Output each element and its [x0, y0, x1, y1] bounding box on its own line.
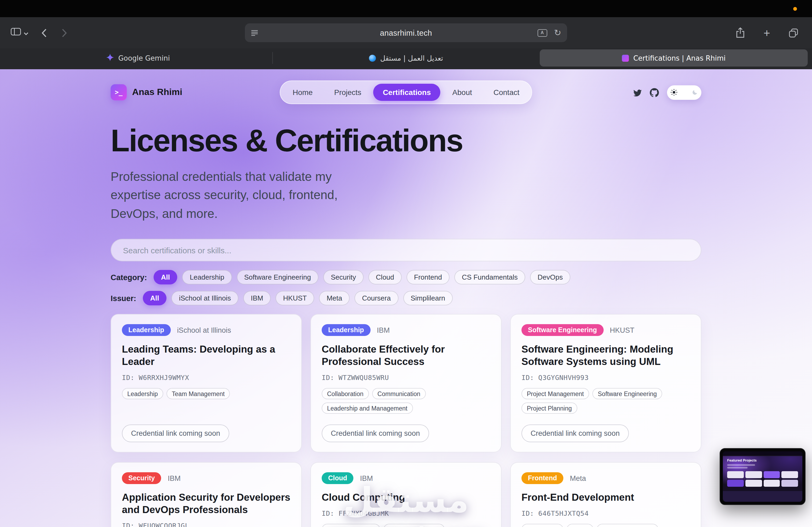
certification-title: Software Engineering: Modeling Software … [521, 343, 690, 368]
category-filter-leadership[interactable]: Leadership [182, 270, 232, 284]
nav-item-contact[interactable]: Contact [484, 84, 529, 101]
skill-tag: Software Engineering [592, 388, 662, 400]
credential-id: ID: WFUQWCQQRJGL [122, 522, 291, 527]
tab-overview-button[interactable] [787, 26, 800, 40]
pip-card-grid [727, 471, 798, 487]
credential-link-button[interactable]: Credential link coming soon [322, 424, 429, 442]
card-header: SecurityIBM [122, 472, 291, 484]
category-badge: Frontend [521, 472, 563, 484]
category-filter-security[interactable]: Security [323, 270, 364, 284]
sidebar-icon [11, 28, 21, 37]
page-settings-icon[interactable] [251, 23, 258, 42]
skill-tag: Leadership and Management [322, 403, 413, 414]
address-url[interactable]: anasrhimi.tech [282, 23, 530, 42]
share-button[interactable] [733, 25, 747, 40]
reload-icon[interactable]: ↻ [554, 28, 561, 37]
card-header: Software EngineeringHKUST [521, 324, 690, 336]
new-tab-button[interactable]: + [761, 25, 772, 41]
issuer-filter-coursera[interactable]: Coursera [354, 291, 398, 305]
issuer-filter-ibm[interactable]: IBM [243, 291, 271, 305]
pip-mini-card [782, 480, 798, 487]
issuer-filter-simplilearn[interactable]: Simplilearn [403, 291, 453, 305]
category-badge: Cloud [322, 472, 354, 484]
certification-card: CloudIBMCloud ComputingID: FFZNXD4GBJMKC… [310, 462, 502, 527]
sidebar-toggle-button[interactable] [9, 26, 31, 40]
credential-id: ID: WTZWWQU85WRU [322, 374, 490, 382]
main-nav: HomeProjectsCertificationsAboutContact [280, 80, 533, 104]
nav-item-projects[interactable]: Projects [324, 84, 371, 101]
certification-title: Collaborate Effectively for Professional… [322, 343, 490, 368]
card-header: FrontendMeta [521, 472, 690, 484]
issuer-filter-all[interactable]: All [143, 291, 166, 305]
nav-item-home[interactable]: Home [283, 84, 322, 101]
address-bar[interactable]: anasrhimi.tech A ↻ [245, 23, 567, 42]
skill-tag-list: LeadershipTeam Management [122, 388, 291, 400]
moon-icon[interactable] [692, 89, 698, 95]
web-page: >_ Anas Rhimi HomeProjectsCertifications… [0, 69, 812, 527]
pip-mini-card [745, 471, 762, 478]
tab-google-gemini[interactable]: Google Gemini [4, 49, 272, 66]
skill-tag: Web Development [597, 524, 658, 527]
category-filter-cloud[interactable]: Cloud [368, 270, 402, 284]
skill-tag: Collaboration [322, 388, 369, 400]
theme-toggle[interactable] [667, 85, 701, 100]
github-icon[interactable] [650, 88, 659, 97]
category-filter-devops[interactable]: DevOps [530, 270, 570, 284]
credential-id: ID: FFZNXD4GBJMK [322, 510, 490, 517]
screen: anasrhimi.tech A ↻ + Google Gemini [0, 0, 812, 527]
tab-mostaql[interactable]: تعديل العمل | مستقل [272, 49, 540, 66]
category-filter-row: Category: AllLeadershipSoftware Engineer… [111, 270, 701, 284]
recording-indicator-dot [793, 7, 797, 11]
browser-toolbar: anasrhimi.tech A ↻ + [0, 17, 812, 48]
certification-title: Application Security for Developers and … [122, 491, 291, 516]
issuer-filter-hkust[interactable]: HKUST [276, 291, 314, 305]
category-badge: Software Engineering [521, 324, 603, 336]
certification-card: FrontendMetaFront-End DevelopmentID: 646… [510, 462, 701, 527]
cards-grid: LeadershipiSchool at IllinoisLeading Tea… [111, 314, 701, 527]
skill-tag: React [567, 524, 593, 527]
pip-mini-card [745, 480, 762, 487]
category-filter-frontend[interactable]: Frontend [407, 270, 450, 284]
search-input[interactable] [111, 239, 701, 261]
issuer-filter-meta[interactable]: Meta [319, 291, 350, 305]
issuer-filter-ischool-at-illinois[interactable]: iSchool at Illinois [171, 291, 238, 305]
nav-item-certifications[interactable]: Certifications [373, 84, 441, 101]
certification-title: Cloud Computing [322, 491, 490, 503]
brand-name: Anas Rhimi [132, 87, 182, 98]
credential-link-button[interactable]: Credential link coming soon [521, 424, 629, 442]
issuer-label: IBM [377, 326, 390, 334]
credential-id: ID: 646T5HJXTQ54 [521, 510, 690, 517]
certification-card: Software EngineeringHKUSTSoftware Engine… [510, 314, 701, 452]
skill-tag-list: Project ManagementSoftware EngineeringPr… [521, 388, 690, 414]
tab-certifications[interactable]: Certifications | Anas Rhimi [540, 49, 808, 66]
back-button[interactable] [39, 26, 49, 40]
category-filter-all[interactable]: All [153, 270, 177, 284]
twitter-icon[interactable] [633, 88, 642, 97]
tab-title: Google Gemini [118, 54, 170, 62]
translate-icon[interactable]: A [537, 29, 547, 36]
sun-icon[interactable] [670, 89, 678, 96]
brand-link[interactable]: >_ Anas Rhimi [111, 84, 182, 100]
credential-link-button[interactable]: Credential link coming soon [122, 424, 229, 442]
forward-button[interactable] [60, 26, 69, 40]
category-badge: Security [122, 472, 161, 484]
category-filter-cs-fundamentals[interactable]: CS Fundamentals [454, 270, 525, 284]
skill-tag: Communication [372, 388, 426, 400]
issuer-label: IBM [168, 474, 181, 482]
issuer-label: Issuer: [111, 294, 136, 302]
pip-window[interactable]: Featured Projects [720, 448, 806, 505]
page-title: Licenses & Certifications [111, 124, 701, 157]
screen-scaler: anasrhimi.tech A ↻ + Google Gemini [0, 0, 812, 527]
category-filter-software-engineering[interactable]: Software Engineering [236, 270, 318, 284]
header-icons [633, 85, 701, 100]
skill-tag: Leadership [122, 388, 163, 400]
credential-id: ID: W6RRXHJ9WMYX [122, 374, 291, 382]
chevron-down-icon [24, 28, 28, 37]
nav-item-about[interactable]: About [443, 84, 482, 101]
pip-text-line [727, 467, 748, 468]
certification-title: Leading Teams: Developing as a Leader [122, 343, 291, 368]
certification-card: LeadershipIBMCollaborate Effectively for… [310, 314, 502, 452]
pip-mini-card [764, 480, 780, 487]
skill-tag: Project Management [521, 388, 589, 400]
certification-card: SecurityIBMApplication Security for Deve… [111, 462, 302, 527]
